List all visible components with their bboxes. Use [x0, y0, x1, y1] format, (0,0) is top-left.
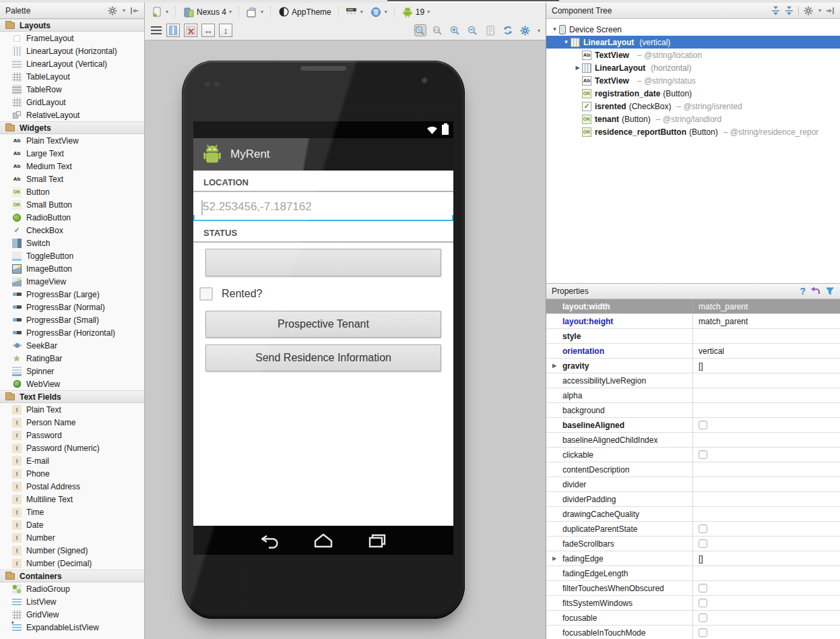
rented-checkbox-row[interactable]: Rented? [199, 286, 453, 302]
property-value[interactable] [692, 329, 840, 343]
dock-left-icon[interactable] [130, 7, 139, 15]
palette-row[interactable]: Number [0, 531, 144, 544]
property-row[interactable]: ▶ baselineAligned [546, 418, 840, 433]
property-value[interactable]: match_parent [692, 299, 840, 313]
component-tree-row[interactable]: registration_date (Button) [546, 87, 840, 100]
property-value[interactable] [692, 462, 840, 477]
property-expander-icon[interactable]: ▶ [552, 555, 556, 561]
property-checkbox[interactable] [699, 524, 707, 533]
property-checkbox[interactable] [699, 539, 707, 548]
palette-row[interactable]: FrameLayout [0, 32, 144, 44]
recents-icon[interactable] [366, 532, 389, 549]
palette-row[interactable]: ProgressBar (Normal) [0, 301, 144, 313]
collapse-all-icon[interactable] [785, 6, 794, 16]
palette-row[interactable]: ExpandableListView [0, 621, 144, 634]
canvas-settings-gear-icon[interactable] [519, 24, 531, 36]
palette-row[interactable]: Plain Text [0, 403, 144, 416]
filter-icon[interactable] [825, 286, 835, 296]
palette-row[interactable]: Time [0, 506, 144, 518]
location-edittext[interactable] [193, 194, 453, 221]
property-checkbox[interactable] [699, 599, 707, 607]
palette-row[interactable]: ImageButton [0, 262, 144, 275]
property-value[interactable]: [] [692, 359, 840, 373]
palette-row[interactable]: Small Button [0, 198, 144, 211]
rented-checkbox[interactable] [199, 287, 213, 301]
refresh-icon[interactable] [502, 24, 514, 36]
palette-row[interactable]: ProgressBar (Small) [0, 313, 144, 326]
send-residence-information-button[interactable]: Send Residence Information [205, 344, 441, 371]
palette-row[interactable]: ListView [0, 595, 144, 608]
property-value[interactable] [692, 611, 840, 625]
theme-button[interactable]: AppTheme [276, 5, 333, 20]
palette-row[interactable]: Multiline Text [0, 493, 144, 506]
location-input[interactable] [193, 194, 453, 220]
property-row[interactable]: ▶ focusable [546, 611, 840, 626]
palette-row[interactable]: TableLayout [0, 70, 144, 83]
palette-row[interactable]: LinearLayout (Horizontal) [0, 44, 144, 57]
palette-row[interactable]: SeekBar [0, 339, 144, 352]
property-value[interactable] [692, 388, 840, 402]
palette-row[interactable]: Date [0, 518, 144, 531]
property-row[interactable]: ▶ fitsSystemWindows [546, 596, 840, 611]
property-checkbox[interactable] [699, 613, 707, 622]
property-row[interactable]: ▶ fadeScrollbars [546, 537, 840, 551]
palette-row[interactable]: Widgets [0, 121, 144, 134]
property-row[interactable]: ▶ gravity [] [546, 359, 840, 373]
property-row[interactable]: ▶ duplicateParentState [546, 522, 840, 537]
property-value[interactable] [692, 566, 840, 580]
reset-value-icon[interactable] [810, 286, 820, 296]
palette-row[interactable]: Containers [0, 570, 144, 582]
property-row[interactable]: ▶ fadingEdgeLength [546, 566, 840, 581]
prospective-tenant-button[interactable]: Prospective Tenant [205, 311, 441, 338]
palette-row[interactable]: ProgressBar (Large) [0, 288, 144, 301]
zoom-out-icon[interactable] [467, 24, 479, 36]
property-value[interactable] [692, 537, 840, 551]
back-icon[interactable] [258, 532, 281, 549]
palette-row[interactable]: RadioGroup [0, 582, 144, 595]
property-value[interactable] [692, 522, 840, 536]
palette-row[interactable]: Password (Numeric) [0, 442, 144, 454]
palette-row[interactable]: Postal Address [0, 480, 144, 493]
palette-row[interactable]: Small Text [0, 173, 144, 185]
property-row[interactable]: ▶ background [546, 403, 840, 418]
orientation-button[interactable]: ▾ [244, 5, 265, 20]
property-value[interactable] [692, 433, 840, 447]
palette-row[interactable]: E-mail [0, 454, 144, 467]
zoom-actual-icon[interactable]: 1:1 [432, 24, 444, 36]
fit-width-icon[interactable]: ↔ [201, 24, 215, 37]
property-checkbox[interactable] [699, 421, 707, 429]
palette-row[interactable]: Button [0, 185, 144, 198]
palette-row[interactable]: Layouts [0, 19, 144, 32]
tree-expander-icon[interactable]: ▼ [562, 39, 571, 45]
component-tree-row[interactable]: isrented (CheckBox) – @string/isrented [546, 100, 840, 113]
gear-icon[interactable] [108, 6, 117, 16]
options-menu-icon[interactable] [150, 24, 162, 36]
palette-row[interactable]: Plain TextView [0, 134, 144, 147]
property-row[interactable]: ▶ clickable [546, 448, 840, 462]
location-section-label[interactable]: LOCATION [193, 171, 453, 192]
property-row[interactable]: ▶ contentDescription [546, 462, 840, 477]
palette-row[interactable]: WebView [0, 377, 144, 390]
palette-row[interactable]: RelativeLayout [0, 109, 144, 121]
property-row[interactable]: ▶ alpha [546, 388, 840, 403]
palette-row[interactable]: ToggleButton [0, 249, 144, 262]
property-row[interactable]: ▶ layout:width match_parent [546, 299, 840, 314]
palette-row[interactable]: CheckBox [0, 224, 144, 237]
property-row[interactable]: ▶ baselineAlignedChildIndex [546, 433, 840, 448]
remove-preview-icon[interactable] [184, 24, 197, 37]
fit-height-icon[interactable]: ↕ [219, 24, 232, 37]
property-row[interactable]: ▶ focusableInTouchMode [546, 626, 840, 639]
home-icon[interactable] [312, 532, 335, 549]
property-row[interactable]: ▶ layout:height match_parent [546, 314, 840, 329]
tree-expander-icon[interactable]: ▶ [573, 65, 582, 71]
property-row[interactable]: ▶ drawingCacheQuality [546, 507, 840, 522]
component-tree-row[interactable]: residence_reportButton (Button) – @strin… [546, 125, 840, 138]
property-checkbox[interactable] [699, 628, 707, 637]
component-tree-row[interactable]: ▶ LinearLayout (horizontal) [546, 61, 840, 74]
preview-all-screens-icon[interactable] [166, 24, 180, 37]
property-value[interactable]: [] [692, 551, 840, 566]
palette-row[interactable]: Person Name [0, 416, 144, 429]
property-value[interactable] [692, 581, 840, 595]
palette-row[interactable]: Number (Signed) [0, 544, 144, 557]
status-section-label[interactable]: STATUS [193, 221, 453, 243]
